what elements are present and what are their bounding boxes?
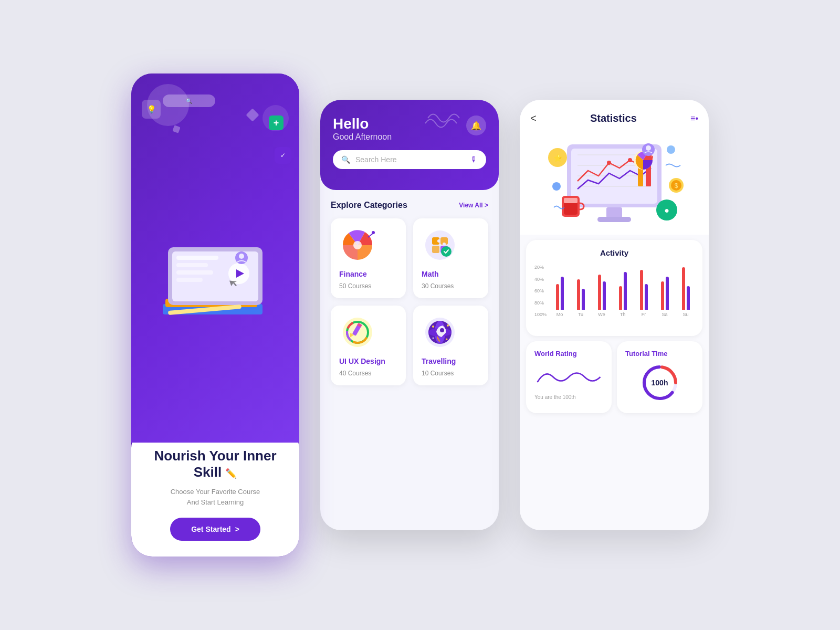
screen1-content: Nourish Your Inner Skill ✏️ Choose Your …: [131, 432, 299, 556]
bar-red-sa: [661, 281, 664, 310]
stats-svg-illustration: ⭐ ● $: [536, 134, 693, 231]
uiux-icon: [339, 314, 376, 351]
categories-content: Explore Categories View All >: [320, 190, 499, 530]
svg-point-59: [646, 145, 651, 151]
bar-red-fr: [640, 270, 643, 310]
statistics-header: < Statistics ≡•: [520, 100, 709, 130]
svg-point-70: [552, 182, 561, 191]
bar-red-mo: [556, 284, 559, 310]
math-icon: [422, 227, 458, 264]
bar-purple-sa: [666, 277, 669, 310]
svg-point-42: [433, 338, 434, 339]
screen2-home: Hello Good Afternoon 🔔 🔍 Search Here 🎙 E…: [320, 100, 499, 530]
svg-text:●: ●: [664, 206, 669, 215]
search-icon: 🔍: [341, 155, 350, 164]
filter-icon[interactable]: ≡•: [690, 114, 698, 123]
microphone-icon[interactable]: 🎙: [470, 155, 478, 164]
view-all-button[interactable]: View All >: [459, 202, 488, 209]
bar-red-th: [619, 286, 622, 310]
svg-point-39: [432, 326, 434, 328]
svg-point-12: [239, 254, 244, 259]
svg-point-24: [443, 243, 446, 246]
svg-point-23: [437, 239, 440, 243]
svg-point-40: [447, 324, 449, 327]
statistics-title: Statistics: [590, 112, 637, 124]
greeting-text: Hello: [333, 116, 392, 132]
explore-categories-title: Explore Categories: [331, 201, 407, 210]
chart-day-we: We: [593, 262, 610, 317]
bar-purple-mo: [561, 277, 564, 310]
chart-day-th: Th: [614, 262, 631, 317]
search-bar[interactable]: 🔍 Search Here 🎙: [333, 150, 486, 169]
chart-day-mo: Mo: [551, 262, 568, 317]
bar-purple-th: [624, 272, 627, 310]
svg-text:$: $: [675, 182, 678, 190]
chart-day-sa: Sa: [656, 262, 673, 317]
statistics-illustration: ⭐ ● $: [520, 130, 709, 235]
activity-section: Activity 100% 80% 60% 40% 20%: [526, 240, 702, 336]
sub-greeting-text: Good Afternoon: [333, 132, 392, 142]
bar-red-su: [682, 267, 685, 310]
category-card-uiux[interactable]: UI UX Design 40 Courses: [331, 306, 406, 385]
svg-point-38: [440, 328, 444, 332]
math-name: Math: [422, 270, 439, 278]
svg-rect-4: [176, 256, 218, 260]
pencil-icon: ✏️: [225, 468, 237, 479]
category-card-travelling[interactable]: Travelling 10 Courses: [413, 306, 488, 385]
svg-text:⭐: ⭐: [553, 154, 563, 163]
finance-count: 50 Courses: [339, 282, 371, 290]
finance-name: Finance: [339, 270, 367, 278]
svg-rect-20: [432, 246, 439, 253]
svg-point-71: [667, 145, 675, 154]
svg-point-18: [425, 230, 455, 260]
svg-rect-7: [176, 278, 203, 282]
laptop-illustration: [152, 205, 278, 321]
world-rating-card: World Rating You are the 100th: [526, 341, 612, 413]
activity-title: Activity: [534, 248, 694, 257]
check-icon: ✓: [275, 147, 291, 164]
svg-point-15: [353, 241, 362, 249]
back-button[interactable]: <: [530, 112, 537, 124]
get-started-button[interactable]: Get Started >: [170, 518, 260, 541]
svg-rect-5: [176, 263, 208, 267]
svg-rect-46: [597, 217, 631, 222]
bulb-icon: 💡: [142, 100, 161, 119]
activity-chart: 100% 80% 60% 40% 20% Mo: [534, 265, 694, 328]
finance-icon: [339, 227, 376, 264]
section-header: Explore Categories View All >: [331, 201, 488, 210]
svg-point-25: [441, 246, 452, 257]
chart-day-su: Su: [677, 262, 694, 317]
plus-icon: +: [269, 116, 284, 130]
math-count: 30 Courses: [422, 282, 454, 290]
bottom-stats-cards: World Rating You are the 100th Tutorial …: [526, 341, 702, 413]
onboarding-title: Nourish Your Inner Skill ✏️: [144, 448, 287, 480]
category-card-finance[interactable]: Finance 50 Courses: [331, 218, 406, 298]
search-bar-deco: 🔍: [163, 94, 215, 107]
bar-red-we: [598, 275, 601, 310]
svg-point-52: [628, 158, 632, 162]
bar-red-tu: [577, 279, 580, 310]
svg-rect-64: [564, 198, 578, 203]
svg-rect-45: [606, 207, 622, 218]
notification-button[interactable]: 🔔: [466, 116, 486, 135]
chart-bars-area: Mo Tu: [551, 265, 694, 317]
bar-purple-tu: [582, 289, 585, 310]
svg-rect-6: [176, 270, 213, 275]
svg-point-41: [446, 339, 448, 340]
screen1-onboarding: 💡 + ✓ 🔍: [131, 74, 299, 556]
wave-chart: [534, 364, 603, 390]
screen1-illustration-area: 💡 + ✓ 🔍: [131, 74, 299, 443]
category-card-math[interactable]: Math 30 Courses: [413, 218, 488, 298]
travelling-count: 10 Courses: [422, 370, 454, 377]
tutorial-time-value: 100h: [652, 379, 668, 387]
screen3-statistics: < Statistics ≡•: [520, 100, 709, 530]
uiux-count: 40 Courses: [339, 370, 371, 377]
world-rating-title: World Rating: [534, 350, 603, 358]
svg-point-17: [372, 231, 375, 234]
travelling-name: Travelling: [422, 357, 456, 365]
chart-day-fr: Fr: [635, 262, 652, 317]
search-placeholder-text: Search Here: [355, 155, 465, 164]
bar-purple-su: [687, 286, 690, 310]
tutorial-time-card: Tutorial Time 100h: [617, 341, 702, 413]
chart-day-tu: Tu: [572, 262, 589, 317]
